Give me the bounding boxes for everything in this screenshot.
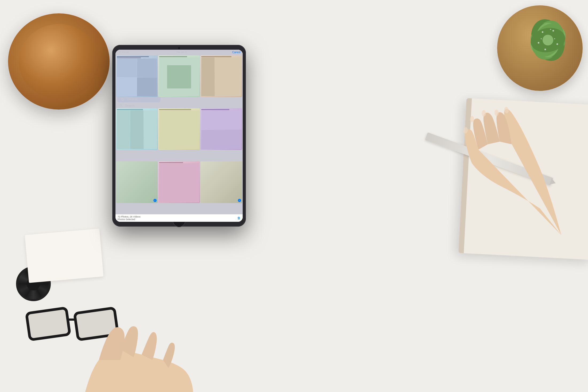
- svg-point-10: [552, 30, 554, 32]
- switcher-thumb-6[interactable]: [200, 108, 242, 150]
- photo-main-area: Cancel: [162, 55, 243, 222]
- bowl-interior: [19, 24, 99, 99]
- svg-point-8: [543, 35, 553, 45]
- trash-icon[interactable]: 🗑: [237, 216, 241, 220]
- svg-point-16: [554, 38, 555, 39]
- ipad-main-content: Photos Edit Library: [115, 55, 243, 222]
- ipad-device: 11:43 AM Thu Jul 23 70% Photos Edit: [112, 45, 246, 227]
- switcher-thumb-9[interactable]: ✓: [200, 161, 242, 203]
- switcher-thumb-2[interactable]: [162, 55, 200, 97]
- wooden-bowl: [8, 13, 110, 110]
- ipad-screen: 11:43 AM Thu Jul 23 70% Photos Edit: [115, 50, 243, 222]
- switcher-thumb-5[interactable]: [162, 108, 200, 150]
- left-hand: [67, 293, 200, 392]
- glasses-left-lens: [25, 306, 71, 341]
- svg-point-14: [550, 29, 551, 30]
- svg-point-9: [542, 31, 543, 33]
- app-switcher-grid: ✓: [162, 55, 243, 214]
- right-hand: [401, 48, 561, 235]
- svg-point-11: [538, 42, 539, 44]
- ipad-camera: [178, 47, 180, 49]
- switcher-thumb-3[interactable]: [200, 55, 242, 97]
- switcher-thumb-8[interactable]: [162, 161, 200, 203]
- svg-point-15: [541, 38, 542, 39]
- app-switcher-overlay: Cancel: [162, 55, 243, 222]
- photo-status-bar: 72 Photos, 26 Videos Photos Selected 🗑: [162, 214, 243, 222]
- envelope: [25, 228, 104, 283]
- svg-point-12: [556, 43, 558, 45]
- svg-point-19: [482, 110, 486, 117]
